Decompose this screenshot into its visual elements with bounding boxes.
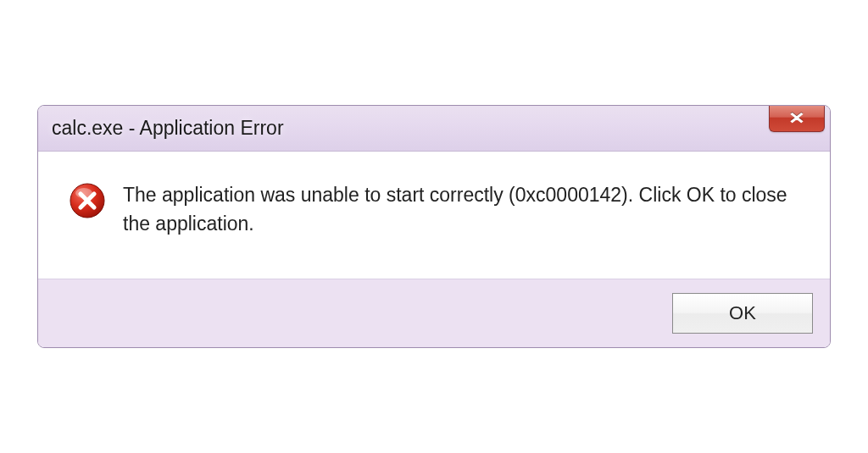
- titlebar: calc.exe - Application Error ✕: [38, 106, 830, 152]
- ok-button[interactable]: OK: [672, 293, 813, 334]
- error-dialog: calc.exe - Application Error ✕ The appli…: [37, 105, 831, 348]
- dialog-content: The application was unable to start corr…: [38, 152, 830, 279]
- error-icon: [69, 182, 106, 219]
- close-button[interactable]: ✕: [769, 105, 825, 132]
- error-message: The application was unable to start corr…: [123, 180, 799, 238]
- close-icon: ✕: [788, 110, 805, 126]
- dialog-title: calc.exe - Application Error: [52, 117, 769, 140]
- button-row: OK: [38, 279, 830, 347]
